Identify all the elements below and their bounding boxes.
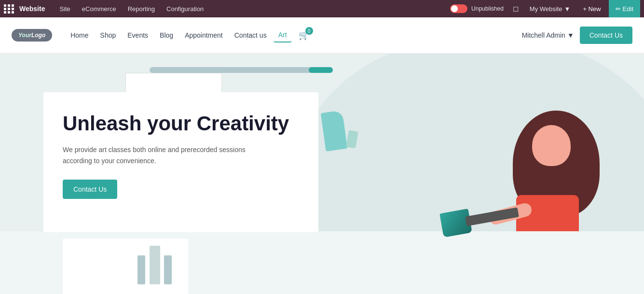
nav-events[interactable]: Events <box>123 28 153 42</box>
lower-decor-2 <box>150 246 160 284</box>
nav-bar: YourLogo Home Shop Events Blog Appointme… <box>0 17 644 54</box>
user-name-label: Mitchell Admin <box>522 31 565 39</box>
mobile-preview-icon[interactable]: ◻ <box>508 1 523 16</box>
logo-wrap[interactable]: YourLogo <box>12 29 52 42</box>
new-button[interactable]: + New <box>577 3 606 14</box>
contact-us-nav-button[interactable]: Contact Us <box>580 27 632 44</box>
nav-shop[interactable]: Shop <box>96 28 121 42</box>
hero-card: Unleash your Creativity We provide art c… <box>43 92 318 232</box>
logo[interactable]: YourLogo <box>12 29 52 42</box>
hero-section: Unleash your Creativity We provide art c… <box>0 54 644 294</box>
pencil-icon: ✏ <box>616 5 621 13</box>
apps-grid-icon[interactable] <box>4 4 14 14</box>
publish-toggle-wrap: Unpublished <box>450 4 504 13</box>
lower-decor-3 <box>164 255 172 284</box>
nav-art[interactable]: Art <box>274 28 292 42</box>
publish-toggle[interactable] <box>450 4 467 13</box>
nav-links: Home Shop Events Blog Appointment Contac… <box>66 27 521 43</box>
hero-cta-button[interactable]: Contact Us <box>63 180 117 199</box>
nav-appointment[interactable]: Appointment <box>180 28 228 42</box>
nav-contact-us[interactable]: Contact us <box>230 28 272 42</box>
publish-status-label: Unpublished <box>471 5 504 12</box>
cart-icon[interactable]: 🛒 0 <box>294 27 314 43</box>
hero-title: Unleash your Creativity <box>63 112 299 136</box>
user-dropdown-icon: ▼ <box>567 31 574 39</box>
hero-progress-fill <box>309 67 333 73</box>
admin-brand: Website <box>19 5 45 13</box>
hero-description: We provide art classes both online and p… <box>63 144 256 166</box>
user-menu-button[interactable]: Mitchell Admin ▼ <box>522 31 574 39</box>
edit-button[interactable]: ✏ Edit <box>609 0 640 17</box>
admin-bar: Website Site eCommerce Reporting Configu… <box>0 0 644 17</box>
admin-menu-site[interactable]: Site <box>54 0 76 17</box>
admin-menu-reporting[interactable]: Reporting <box>122 0 161 17</box>
nav-blog[interactable]: Blog <box>155 28 178 42</box>
cart-badge: 0 <box>305 27 313 35</box>
nav-right: Mitchell Admin ▼ Contact Us <box>522 27 632 44</box>
admin-right-controls: Unpublished ◻ My Website ▼ + New ✏ Edit <box>450 0 640 17</box>
hero-progress-bar <box>150 67 323 73</box>
admin-menu-configuration[interactable]: Configuration <box>161 0 209 17</box>
nav-home[interactable]: Home <box>66 28 93 42</box>
my-website-button[interactable]: My Website ▼ <box>525 3 575 14</box>
person-head <box>532 125 571 166</box>
admin-menu-ecommerce[interactable]: eCommerce <box>76 0 122 17</box>
lower-decor-1 <box>137 255 145 284</box>
